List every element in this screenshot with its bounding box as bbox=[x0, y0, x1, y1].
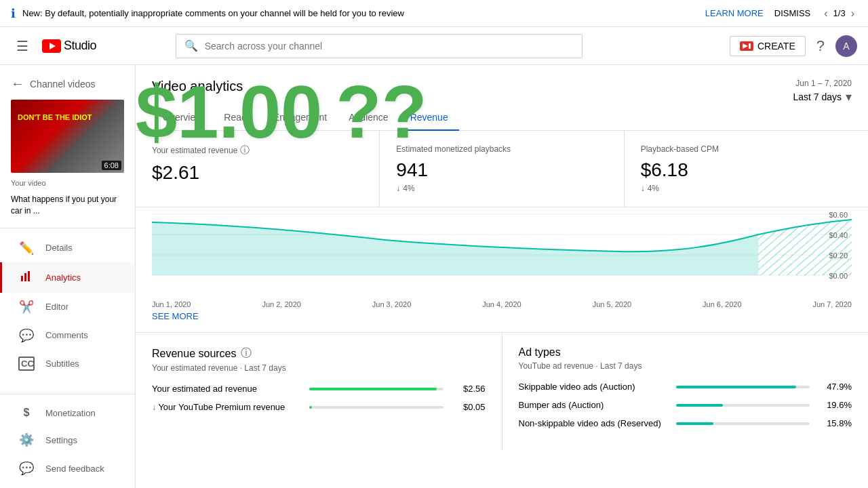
sidebar-item-comments[interactable]: 💬 Comments bbox=[0, 321, 135, 350]
search-input[interactable] bbox=[205, 41, 574, 52]
skippable-bar bbox=[676, 386, 797, 388]
notification-text: New: By default, potentially inappropria… bbox=[22, 8, 698, 18]
create-icon bbox=[740, 41, 753, 51]
ad-types-title: Ad types bbox=[519, 346, 852, 359]
comments-label: Comments bbox=[45, 330, 88, 340]
menu-button[interactable]: ☰ bbox=[11, 33, 34, 60]
sidebar-item-details[interactable]: ✏️ Details bbox=[0, 234, 135, 262]
details-icon: ✏️ bbox=[18, 241, 35, 256]
monetization-label: Monetization bbox=[45, 408, 96, 418]
skippable-value: 47.9% bbox=[818, 382, 852, 392]
yt-studio-logo[interactable]: Studio bbox=[42, 39, 96, 53]
bumper-label: Bumper ads (Auction) bbox=[519, 400, 668, 410]
y-label-000: $0.00 bbox=[829, 272, 848, 280]
header: ☰ Studio 🔍 CREATE ? A bbox=[0, 27, 868, 65]
x-label-jun5: Jun 5, 2020 bbox=[593, 300, 632, 308]
bumper-bar bbox=[676, 404, 723, 407]
back-to-channel-button[interactable]: ← Channel videos bbox=[11, 76, 96, 92]
stat-cpm: Playback-based CPM $6.18 ↓ 4% bbox=[625, 131, 868, 207]
notif-next-button[interactable]: › bbox=[848, 6, 857, 21]
editor-icon: ✂️ bbox=[18, 300, 35, 314]
tab-reach[interactable]: Reach bbox=[213, 105, 262, 131]
y-label-040: $0.40 bbox=[829, 231, 848, 239]
stat-value-revenue: $2.61 bbox=[152, 162, 363, 184]
stat-label-revenue: Your estimated revenue ⓘ bbox=[152, 144, 363, 157]
y-label-020: $0.20 bbox=[829, 251, 848, 260]
tab-revenue[interactable]: Revenue bbox=[399, 105, 459, 131]
svg-rect-4 bbox=[21, 276, 23, 281]
svg-rect-3 bbox=[749, 43, 751, 49]
nonskippable-bar-container bbox=[676, 422, 810, 425]
tab-overview[interactable]: Overview bbox=[152, 105, 213, 131]
camera-icon bbox=[742, 43, 751, 49]
create-button[interactable]: CREATE bbox=[730, 36, 806, 56]
ad-type-bumper: Bumper ads (Auction) 19.6% bbox=[519, 400, 852, 410]
header-right: CREATE ? A bbox=[730, 35, 857, 57]
revenue-info-icon[interactable]: ⓘ bbox=[240, 144, 250, 157]
stat-estimated-revenue: Your estimated revenue ⓘ $2.61 bbox=[136, 131, 380, 207]
settings-icon: ⚙️ bbox=[18, 432, 35, 447]
stat-value-cpm: $6.18 bbox=[641, 159, 852, 181]
sidebar-item-subtitles[interactable]: CC Subtitles bbox=[0, 350, 135, 378]
notif-prev-button[interactable]: ‹ bbox=[821, 6, 830, 21]
ad-revenue-bar-container bbox=[309, 388, 443, 390]
analytics-label: Analytics bbox=[45, 272, 81, 283]
skippable-bar-container bbox=[676, 386, 810, 388]
analytics-header: Video analytics Jun 1 – 7, 2020 Last 7 d… bbox=[136, 65, 868, 105]
chevron-down-icon: ▾ bbox=[846, 89, 852, 104]
sidebar-item-editor[interactable]: ✂️ Editor bbox=[0, 293, 135, 321]
sidebar-item-analytics[interactable]: Analytics bbox=[0, 262, 135, 293]
help-button[interactable]: ? bbox=[816, 37, 825, 55]
premium-arrow-icon: ↓ bbox=[152, 403, 156, 412]
youtube-icon bbox=[42, 39, 61, 53]
x-label-jun1: Jun 1, 2020 bbox=[152, 300, 191, 308]
content-area: Video analytics Jun 1 – 7, 2020 Last 7 d… bbox=[136, 65, 868, 488]
premium-revenue-value: $0.05 bbox=[452, 402, 486, 412]
header-left: ☰ Studio bbox=[11, 33, 96, 60]
revenue-row-ad: Your estimated ad revenue $2.56 bbox=[152, 384, 486, 394]
revenue-sources-info-icon[interactable]: ⓘ bbox=[241, 346, 252, 361]
avatar[interactable]: A bbox=[835, 35, 857, 57]
x-label-jun2: Jun 2, 2020 bbox=[262, 300, 301, 308]
video-thumbnail-container: DON'T BE THE IDIOT 6:08 bbox=[11, 100, 124, 173]
notification-actions: LEARN MORE DISMISS ‹ 1/3 › bbox=[705, 6, 857, 21]
date-range-button[interactable]: Last 7 days ▾ bbox=[793, 89, 852, 104]
ad-type-skippable: Skippable video ads (Auction) 47.9% bbox=[519, 382, 852, 392]
learn-more-link[interactable]: LEARN MORE bbox=[705, 8, 764, 18]
video-duration: 6:08 bbox=[102, 161, 121, 170]
tab-engagement[interactable]: Engagement bbox=[262, 105, 338, 131]
revenue-sources-card: Revenue sources ⓘ Your estimated revenue… bbox=[136, 333, 502, 450]
ad-types-subtitle: YouTube ad revenue · Last 7 days bbox=[519, 361, 852, 371]
video-label: Your video bbox=[11, 178, 124, 188]
svg-marker-2 bbox=[743, 43, 748, 49]
dismiss-button[interactable]: DISMISS bbox=[774, 8, 810, 18]
y-label-060: $0.60 bbox=[829, 211, 848, 219]
sidebar-item-settings[interactable]: ⚙️ Settings bbox=[0, 426, 135, 454]
search-bar: 🔍 bbox=[176, 34, 583, 58]
x-label-jun7: Jun 7, 2020 bbox=[812, 300, 852, 308]
studio-label: Studio bbox=[64, 39, 96, 53]
date-section: Jun 1 – 7, 2020 Last 7 days ▾ bbox=[793, 79, 852, 104]
stat-label-playbacks: Estimated monetized playbacks bbox=[396, 144, 607, 154]
svg-rect-5 bbox=[24, 273, 26, 281]
see-more-link[interactable]: SEE MORE bbox=[136, 311, 868, 332]
revenue-row-premium: ↓ Your YouTube Premium revenue $0.05 bbox=[152, 402, 486, 412]
stat-change-cpm: ↓ 4% bbox=[641, 184, 852, 193]
ad-types-card: Ad types YouTube ad revenue · Last 7 day… bbox=[502, 333, 869, 450]
stat-value-playbacks: 941 bbox=[396, 159, 607, 181]
tab-audience[interactable]: Audience bbox=[338, 105, 399, 131]
bottom-cards: Revenue sources ⓘ Your estimated revenue… bbox=[136, 332, 868, 450]
x-label-jun3: Jun 3, 2020 bbox=[372, 300, 412, 308]
main-layout: ← Channel videos DON'T BE THE IDIOT 6:08… bbox=[0, 65, 868, 488]
x-label-jun6: Jun 6, 2020 bbox=[703, 300, 742, 308]
revenue-sources-subtitle: Your estimated revenue · Last 7 days bbox=[152, 363, 486, 373]
premium-revenue-bar bbox=[309, 406, 312, 409]
thumb-overlay-text: DON'T BE THE IDIOT bbox=[18, 113, 92, 121]
info-icon: ℹ bbox=[11, 6, 16, 21]
date-range-label: Jun 1 – 7, 2020 bbox=[793, 79, 852, 88]
sidebar-item-feedback[interactable]: 💬 Send feedback bbox=[0, 454, 135, 483]
sidebar-item-monetization[interactable]: $ Monetization bbox=[0, 400, 135, 426]
back-label: Channel videos bbox=[30, 79, 96, 89]
subtitles-icon: CC bbox=[18, 357, 35, 371]
ad-revenue-value: $2.56 bbox=[452, 384, 486, 394]
